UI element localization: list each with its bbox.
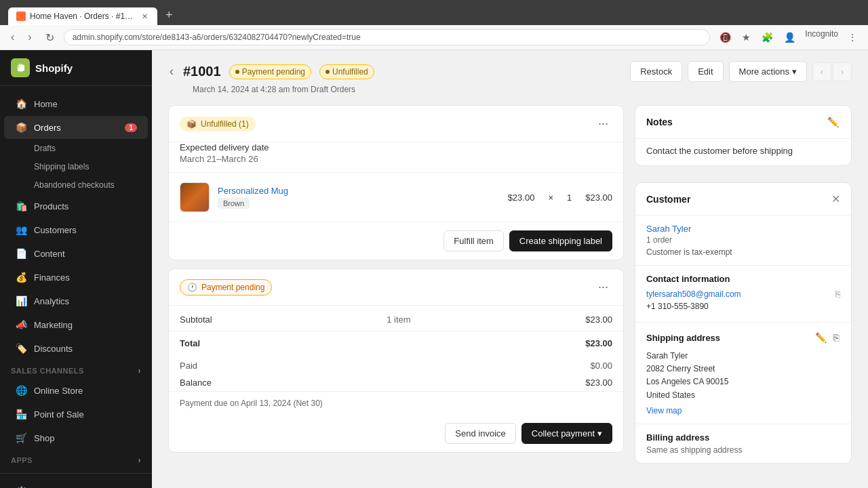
sidebar-item-discounts[interactable]: 🏷️ Discounts	[4, 337, 148, 360]
profile-icon[interactable]: 👤	[780, 29, 800, 45]
shopify-logo[interactable]: Shopify	[11, 58, 73, 77]
notes-edit-button[interactable]: ✏️	[826, 115, 840, 129]
online-store-icon: 🌐	[15, 384, 27, 396]
shopify-wordmark: Shopify	[35, 62, 73, 74]
discounts-icon: 🏷️	[15, 342, 27, 354]
content-grid: 📦 Unfulfilled (1) ··· Expected delivery …	[168, 105, 852, 472]
fulfill-item-button[interactable]: Fulfill item	[443, 230, 504, 251]
total-amount: $23.00	[585, 338, 612, 348]
sidebar-online-store-label: Online Store	[34, 386, 83, 396]
sidebar-item-analytics[interactable]: 📊 Analytics	[4, 289, 148, 312]
apps-expand[interactable]: ›	[138, 455, 142, 465]
collect-payment-button[interactable]: Collect payment ▾	[521, 423, 612, 444]
sidebar-item-settings[interactable]: ⚙️ Settings	[4, 480, 148, 488]
payment-actions: Send invoice Collect payment ▾	[169, 415, 623, 452]
sidebar-item-orders[interactable]: 📦 Orders 1	[4, 116, 148, 139]
fulfillment-card-header: 📦 Unfulfilled (1) ···	[169, 106, 623, 142]
sidebar-item-marketing[interactable]: 📣 Marketing	[4, 313, 148, 336]
sidebar-item-content[interactable]: 📄 Content	[4, 242, 148, 265]
orders-icon: 📦	[15, 121, 27, 134]
url-bar[interactable]: admin.shopify.com/store/de8143-a6/orders…	[64, 29, 711, 45]
product-total: $23.00	[585, 192, 612, 203]
order-nav-arrows: ‹ ›	[812, 62, 852, 81]
customer-card: Customer ✕ Sarah Tyler 1 order Customer …	[635, 182, 852, 464]
balance-amount: $23.00	[585, 378, 612, 388]
billing-address-section: Billing address Same as shipping address	[635, 424, 851, 463]
create-shipping-label-button[interactable]: Create shipping label	[509, 230, 612, 251]
sidebar-item-finances[interactable]: 💰 Finances	[4, 266, 148, 289]
view-map-link[interactable]: View map	[646, 406, 840, 415]
edit-button[interactable]: Edit	[688, 61, 723, 82]
contact-phone-row: +1 310-555-3890	[646, 302, 840, 311]
sidebar-item-point-of-sale[interactable]: 🏪 Point of Sale	[4, 403, 148, 426]
reload-button[interactable]: ↻	[41, 30, 58, 45]
product-image-inner	[180, 183, 209, 211]
sidebar-home-label: Home	[34, 99, 58, 109]
tab-close-btn[interactable]: ✕	[140, 12, 149, 21]
customer-close-button[interactable]: ✕	[831, 192, 840, 205]
shipping-address-section: Shipping address ✏️ ⎘ Sarah Tyler 2082 C…	[635, 322, 851, 424]
sidebar-bottom: ⚙️ Settings	[0, 473, 152, 488]
sales-channels-expand[interactable]: ›	[138, 366, 142, 375]
more-actions-button[interactable]: More actions ▾	[729, 61, 807, 82]
back-to-orders-button[interactable]: ‹	[168, 63, 175, 80]
sidebar-item-online-store[interactable]: 🌐 Online Store	[4, 379, 148, 402]
sidebar-item-products[interactable]: 🛍️ Products	[4, 195, 148, 218]
next-order-button[interactable]: ›	[833, 62, 852, 81]
copy-email-button[interactable]: ⎘	[835, 289, 840, 299]
prev-order-button[interactable]: ‹	[812, 62, 831, 81]
sidebar-item-shop[interactable]: 🛒 Shop	[4, 426, 148, 449]
payment-status-text: Payment pending	[242, 67, 305, 77]
restock-button[interactable]: Restock	[630, 61, 682, 82]
sidebar-item-drafts[interactable]: Drafts	[4, 140, 148, 157]
product-info: Personalized Mug Brown	[218, 186, 500, 209]
sidebar-nav: 🏠 Home 📦 Orders 1 Drafts Shipping labels…	[0, 86, 152, 473]
incognito-label: Incognito	[802, 29, 841, 45]
sidebar-content-label: Content	[34, 249, 65, 259]
cast-icon[interactable]: 📵	[715, 29, 735, 45]
payment-subtotal-row: Subtotal 1 item $23.00	[169, 311, 623, 328]
payment-card-header: 🕐 Payment pending ···	[169, 269, 623, 306]
sidebar-item-customers[interactable]: 👥 Customers	[4, 218, 148, 241]
new-tab-button[interactable]: +	[160, 5, 178, 25]
back-button[interactable]: ‹	[7, 30, 18, 45]
customer-card-header: Customer ✕	[635, 183, 851, 216]
sidebar-discounts-label: Discounts	[34, 344, 73, 354]
shipping-address-copy-button[interactable]: ⎘	[832, 331, 840, 344]
customer-tax-note: Customer is tax-exempt	[635, 247, 851, 265]
extensions-icon[interactable]: 🧩	[757, 29, 777, 45]
pos-icon: 🏪	[15, 408, 27, 420]
fulfillment-more-button[interactable]: ···	[594, 115, 612, 132]
contact-email-row: tylersarah508@gmail.com ⎘	[646, 289, 840, 299]
tab-title: Home Haven · Orders · #1001	[30, 12, 136, 21]
delivery-date: March 21–March 26	[180, 154, 612, 164]
notes-card-header: Notes ✏️	[635, 106, 851, 139]
sidebar-customers-label: Customers	[34, 225, 77, 235]
bookmark-icon[interactable]: ★	[738, 29, 755, 45]
payment-more-button[interactable]: ···	[594, 279, 612, 296]
paid-amount: $0.00	[590, 361, 612, 371]
balance-label: Balance	[180, 378, 212, 388]
shipping-address-edit-button[interactable]: ✏️	[814, 331, 828, 344]
menu-icon[interactable]: ⋮	[844, 29, 861, 45]
forward-button[interactable]: ›	[24, 30, 35, 45]
payment-section-label: Payment pending	[201, 283, 264, 292]
active-browser-tab[interactable]: Home Haven · Orders · #1001 ✕	[8, 7, 157, 25]
customer-email[interactable]: tylersarah508@gmail.com	[646, 289, 741, 299]
fulfillment-card: 📦 Unfulfilled (1) ··· Expected delivery …	[168, 105, 624, 260]
delivery-info: Expected delivery date March 21–March 26	[169, 142, 623, 173]
send-invoice-button[interactable]: Send invoice	[445, 423, 515, 444]
customer-title: Customer	[646, 194, 690, 205]
sidebar-item-shipping-labels[interactable]: Shipping labels	[4, 158, 148, 176]
fulfillment-status-text: Unfulfilled	[332, 67, 368, 77]
sidebar-item-home[interactable]: 🏠 Home	[4, 92, 148, 115]
shipping-address-text: Sarah Tyler 2082 Cherry Street Los Angel…	[646, 350, 840, 402]
sidebar-finances-label: Finances	[34, 272, 70, 283]
product-name[interactable]: Personalized Mug	[218, 186, 500, 196]
fulfillment-actions: Fulfill item Create shipping label	[169, 222, 623, 260]
order-number: #1001	[183, 64, 221, 79]
sidebar-item-abandoned-checkouts[interactable]: Abandoned checkouts	[4, 176, 148, 194]
sidebar: Shopify 🏠 Home 📦 Orders 1 Drafts Shippin…	[0, 50, 152, 488]
fulfillment-icon: 📦	[186, 119, 197, 129]
customer-name[interactable]: Sarah Tyler	[635, 221, 851, 235]
